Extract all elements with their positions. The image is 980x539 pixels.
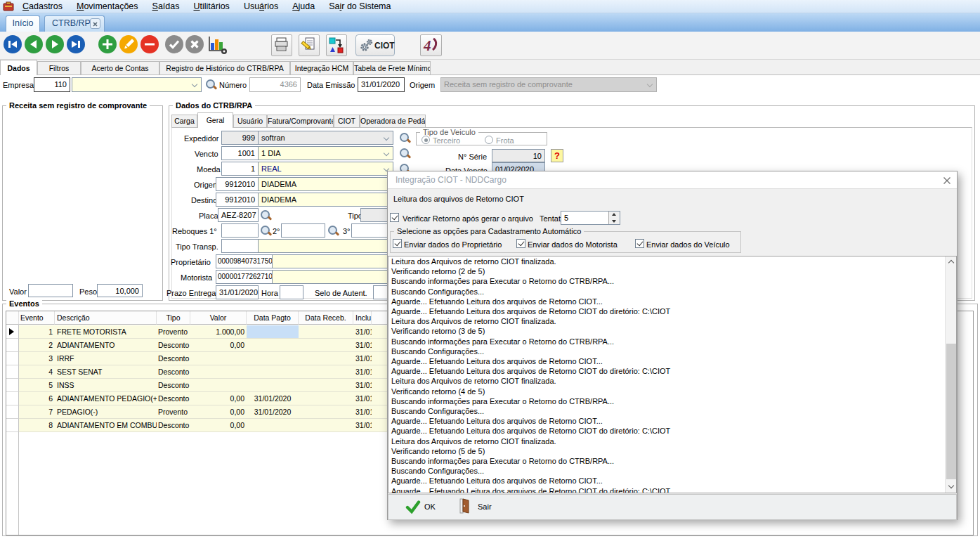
grid-cell[interactable]: Desconto [157, 379, 190, 392]
ctrb-tab-geral[interactable]: Geral [197, 112, 233, 128]
grid-cell[interactable]: Provento [157, 405, 190, 419]
ctrb-tab-ciot[interactable]: CIOT [334, 115, 360, 128]
grid-cell[interactable]: INSS [55, 379, 157, 392]
grid-cell[interactable]: 31/01/2020 [353, 352, 372, 365]
vencto-code-field[interactable]: 1001 [221, 146, 259, 160]
tab-ctrb-rpa[interactable]: CTRB/RPA [44, 15, 105, 32]
grid-header-data-pagto[interactable]: Data Pagto [247, 311, 299, 325]
tipo-transp-code-field[interactable] [221, 239, 259, 253]
grid-cell[interactable]: Desconto [157, 339, 190, 352]
grid-cell[interactable]: 6 [19, 392, 55, 405]
motorista-code-field[interactable]: 00000177262710 [216, 270, 273, 284]
placa-search-icon[interactable] [260, 209, 272, 221]
grid-cell[interactable] [190, 365, 247, 379]
grid-header-inclus-o[interactable]: Inclusão [353, 311, 372, 325]
grid-cell[interactable]: 0,00 [190, 339, 247, 352]
grid-cell[interactable]: 7 [19, 405, 55, 419]
option-checkbox-2[interactable] [635, 239, 644, 248]
grid-cell[interactable]: 31/01/2020 [353, 405, 372, 419]
grid-cell[interactable]: 3 [19, 352, 55, 365]
grid-cell[interactable]: 31/01/2020 [353, 379, 372, 392]
tab-close-icon[interactable] [90, 18, 100, 29]
grid-cell[interactable] [299, 352, 353, 365]
page-tab-acerto-de-contas[interactable]: Acerto de Contas [81, 61, 159, 75]
origem-code-field[interactable]: 9912010 [216, 177, 259, 191]
tab-inicio[interactable]: Início [6, 15, 40, 32]
grid-cell[interactable]: 31/01/2020 [353, 392, 372, 405]
grid-header-descri-o[interactable]: Descrição [55, 311, 157, 325]
prazo-entrega-field[interactable]: 31/01/2020 [216, 285, 259, 299]
empresa-combo[interactable] [72, 77, 202, 92]
grid-cell[interactable]: Provento [157, 325, 190, 339]
ciot-log[interactable]: Leitura dos Arquivos de retorno CIOT fin… [388, 256, 957, 493]
page-tab-filtros[interactable]: Filtros [37, 61, 81, 75]
menu-item-cadastros[interactable]: Cadastros [15, 0, 70, 13]
grid-cell[interactable]: 31/01/2020 [353, 365, 372, 379]
reboque1-field[interactable] [221, 223, 259, 238]
destino-code-field[interactable]: 9912010 [216, 193, 259, 207]
proprietario-name-field[interactable] [272, 254, 393, 268]
grid-header-valor[interactable]: Valor [190, 311, 247, 325]
grid-cell[interactable] [190, 379, 247, 392]
page-tab-dados[interactable]: Dados [0, 60, 37, 75]
spin-up-button[interactable] [608, 212, 620, 218]
edit-document-button[interactable] [299, 34, 320, 56]
grid-cell[interactable]: 8 [19, 419, 55, 432]
vencto-combo[interactable]: 1 DIA [258, 146, 393, 160]
grid-cell[interactable] [190, 352, 247, 365]
nav-prev-button[interactable] [25, 35, 43, 53]
grid-cell[interactable]: 2 [19, 339, 55, 352]
menu-item-movimenta-es[interactable]: Movimentações [70, 0, 145, 13]
grid-cell[interactable] [247, 352, 299, 365]
expedidor-code-field[interactable]: 999 [221, 131, 259, 145]
grid-cell[interactable]: 5 [19, 379, 55, 392]
grid-header-data-receb-[interactable]: Data Receb. [299, 311, 353, 325]
grid-cell[interactable]: 31/01/2020 [353, 325, 372, 339]
help-button[interactable]: ? [551, 149, 563, 162]
grid-cell[interactable]: ADIANTAMENTO EM COMBUSTIVEL [55, 419, 157, 432]
nav-last-button[interactable] [67, 35, 85, 53]
grid-cell[interactable]: 31/01/2020 [247, 405, 299, 419]
grid-cell[interactable]: 4 [19, 365, 55, 379]
grid-cell[interactable] [247, 365, 299, 379]
grid-cell[interactable]: ADIANTAMENTO PEDAGIO(+) [55, 392, 157, 405]
menu-item-ajuda[interactable]: Ajuda [285, 0, 322, 13]
grid-cell[interactable]: 1.000,00 [190, 325, 247, 339]
ok-button[interactable]: OK [424, 502, 436, 511]
ciot-button[interactable]: CIOT [355, 34, 395, 56]
grid-cell[interactable] [299, 419, 353, 432]
option-checkbox-0[interactable] [393, 239, 402, 248]
hora-field[interactable] [280, 285, 303, 299]
reboque2-field[interactable] [281, 223, 325, 238]
grid-cell[interactable]: IRRF [55, 352, 157, 365]
expedidor-search-icon[interactable] [399, 132, 411, 144]
grid-cell[interactable]: Desconto [157, 365, 190, 379]
ctrb-tab-carga[interactable]: Carga [171, 115, 197, 128]
ctrb-tab-usu-rio[interactable]: Usuário [233, 115, 267, 128]
grid-cell[interactable]: 0,00 [190, 419, 247, 432]
expedidor-combo[interactable]: softran [258, 131, 393, 145]
menu-item-sair-do-sistema[interactable]: Sair do Sistema [322, 0, 398, 13]
tipo-transp-field[interactable] [258, 239, 393, 253]
menu-item-sa-das[interactable]: Saídas [145, 0, 187, 13]
scroll-down-button[interactable] [946, 481, 957, 493]
nav-first-button[interactable] [4, 35, 22, 53]
nav-next-button[interactable] [46, 35, 64, 53]
grid-header-tipo[interactable]: Tipo [157, 311, 190, 325]
verify-checkbox[interactable] [390, 213, 399, 222]
page-tab-registro-de-hist-rico-do-ctrb-rpa[interactable]: Registro de Histórico do CTRB/RPA [159, 61, 290, 75]
grid-cell[interactable]: 31/01/2020 [353, 419, 372, 432]
grid-cell[interactable] [299, 325, 353, 339]
grid-cell[interactable]: 1 [19, 325, 55, 339]
grid-cell[interactable]: SEST SENAT [55, 365, 157, 379]
scroll-up-button[interactable] [946, 256, 957, 268]
grid-cell[interactable]: 0,00 [190, 405, 247, 419]
empresa-code-field[interactable]: 110 [34, 77, 70, 92]
radio-frota[interactable] [485, 136, 493, 144]
grid-cell[interactable] [247, 339, 299, 352]
reboque2-search-icon[interactable] [327, 225, 339, 237]
grid-header-evento[interactable]: Evento [19, 311, 55, 325]
reboque1-search-icon[interactable] [260, 225, 272, 237]
menu-item-usu-rios[interactable]: Usuários [237, 0, 285, 13]
grid-cell[interactable]: 0,00 [190, 392, 247, 405]
